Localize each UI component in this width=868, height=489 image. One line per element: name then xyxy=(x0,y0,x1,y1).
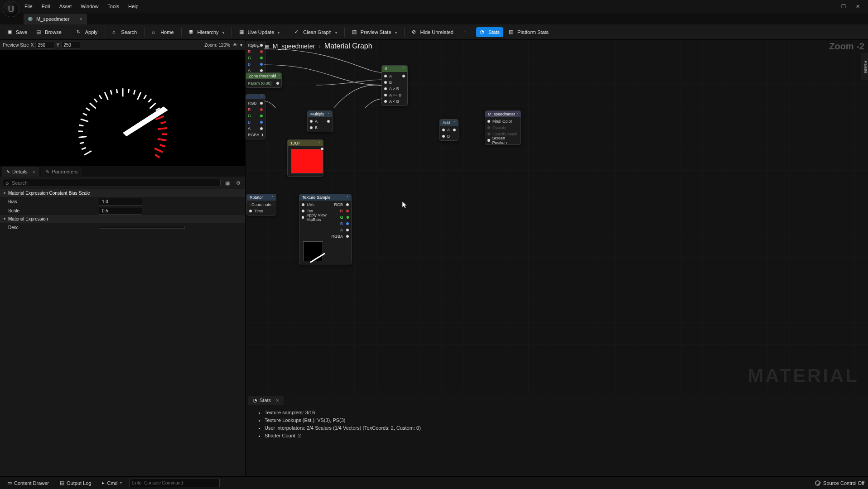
visibility-icon[interactable] xyxy=(233,43,237,48)
close-stats-tab[interactable]: × xyxy=(276,398,279,403)
clean-graph-dropdown[interactable]: Clean Graph xyxy=(291,27,340,37)
material-icon xyxy=(28,17,33,21)
svg-line-27 xyxy=(157,139,166,140)
live-update-icon xyxy=(239,29,246,35)
platform-stats-icon xyxy=(509,29,515,35)
prop-label: Scale xyxy=(8,208,99,213)
graph-type-icon: ▦ xyxy=(265,43,269,49)
nav-back-button[interactable]: ◄ xyxy=(249,43,254,49)
node-texture-output-2[interactable]: RGB R G B A RGBA xyxy=(246,94,265,139)
node-material-result[interactable]: M_speedmeter Final Color Opacity Opacity… xyxy=(485,110,521,145)
svg-line-8 xyxy=(86,108,89,110)
home-button[interactable]: Home xyxy=(148,27,177,37)
preview-x-input[interactable] xyxy=(35,42,54,48)
stats-tabbar: Stats × xyxy=(246,395,868,405)
content-drawer-button[interactable]: Content Drawer xyxy=(4,479,53,487)
close-details-tab[interactable]: × xyxy=(33,169,35,174)
cmd-dropdown[interactable]: Cmd ▾ xyxy=(98,479,125,487)
details-search-field[interactable] xyxy=(3,179,221,187)
output-log-button[interactable]: Output Log xyxy=(56,479,95,487)
menu-file[interactable]: File xyxy=(20,0,37,13)
clean-graph-icon xyxy=(294,29,301,35)
restore-button[interactable]: ❐ xyxy=(841,4,846,10)
preview-viewport[interactable] xyxy=(0,50,245,166)
menu-tools[interactable]: Tools xyxy=(103,0,124,13)
preview-state-dropdown[interactable]: Preview State xyxy=(348,27,400,37)
prop-bias: Bias 1.0 xyxy=(0,197,245,206)
svg-line-20 xyxy=(148,99,151,102)
apply-icon xyxy=(77,29,83,35)
bias-input[interactable]: 1.0 xyxy=(99,198,142,206)
home-icon xyxy=(152,29,158,35)
node-rotator[interactable]: Rotator Coordinate Time xyxy=(246,194,276,216)
minimize-button[interactable]: — xyxy=(826,4,831,10)
asset-tab[interactable]: M_speedmeter × xyxy=(24,14,87,24)
svg-line-29 xyxy=(154,148,163,152)
cmd-icon xyxy=(102,480,105,486)
details-view-options[interactable] xyxy=(223,179,231,187)
nav-forward-button[interactable]: ► xyxy=(256,43,261,49)
hide-unrelated-button[interactable]: Hide Unrelated xyxy=(408,27,457,37)
crumb-graph[interactable]: Material Graph xyxy=(324,42,372,50)
save-button[interactable]: Save xyxy=(4,27,31,37)
preview-options-dropdown[interactable]: ▾ xyxy=(240,43,242,48)
source-control-button[interactable]: Source Control Off xyxy=(823,480,864,486)
desc-input[interactable] xyxy=(99,226,185,229)
category-material-expression[interactable]: Material Expression xyxy=(0,215,245,223)
texture-preview xyxy=(303,241,323,261)
browse-icon xyxy=(36,29,43,35)
menu-asset[interactable]: Asset xyxy=(55,0,77,13)
scale-input[interactable]: 0.5 xyxy=(99,207,142,215)
graph-zoom-indicator: Zoom -2 xyxy=(829,41,864,52)
apply-button[interactable]: Apply xyxy=(73,27,101,37)
material-graph[interactable]: ◄ ► ▦ M_speedmeter › Material Graph Zoom… xyxy=(246,40,868,395)
node-texture-sample[interactable]: Texture Sample UVsRGB TexR Apply View Mi… xyxy=(299,194,352,264)
hierarchy-dropdown[interactable]: Hierarchy xyxy=(185,27,228,37)
node-add[interactable]: Add A B xyxy=(439,119,458,141)
graph-nav: ◄ ► xyxy=(249,43,261,49)
menu-help[interactable]: Help xyxy=(124,0,143,13)
node-constant-color[interactable]: 1,0,0 xyxy=(287,139,323,177)
menu-window[interactable]: Window xyxy=(76,0,103,13)
preview-y-input[interactable] xyxy=(61,42,80,48)
palette-drawer[interactable]: Palette xyxy=(861,53,868,80)
console-input[interactable] xyxy=(129,479,220,487)
details-search-input[interactable] xyxy=(12,180,217,186)
platform-stats-button[interactable]: Platform Stats xyxy=(505,27,552,37)
statusbar: Content Drawer Output Log Cmd ▾ Source C… xyxy=(0,476,868,489)
svg-line-16 xyxy=(128,89,129,93)
svg-line-11 xyxy=(99,95,101,99)
svg-line-30 xyxy=(155,154,159,158)
ue-logo: 𝕌 xyxy=(3,1,19,17)
window-controls: — ❐ ✕ xyxy=(826,4,868,10)
svg-line-2 xyxy=(79,142,84,143)
details-tab[interactable]: Details × xyxy=(2,167,39,177)
close-tab-button[interactable]: × xyxy=(80,16,82,22)
details-settings-button[interactable] xyxy=(234,179,242,187)
parameters-tab[interactable]: Parameters xyxy=(41,167,82,177)
node-zonethreshold[interactable]: ZoneThreshold Param (0.08) xyxy=(246,72,282,88)
close-window-button[interactable]: ✕ xyxy=(856,4,860,10)
menu-edit[interactable]: Edit xyxy=(37,0,55,13)
node-if[interactable]: If A B A > B A == B A < B xyxy=(381,65,408,106)
output-log-icon xyxy=(60,480,64,486)
live-update-dropdown[interactable]: Live Update xyxy=(236,27,284,37)
svg-line-25 xyxy=(158,128,167,129)
graph-header: ◄ ► ▦ M_speedmeter › Material Graph Zoom… xyxy=(246,40,868,53)
svg-line-13 xyxy=(110,90,111,95)
search-button[interactable]: Search xyxy=(109,27,140,37)
stats-tab[interactable]: Stats × xyxy=(248,396,284,405)
hide-unrelated-more[interactable]: ⋮ xyxy=(459,27,471,37)
pencil-icon xyxy=(6,169,10,174)
svg-line-6 xyxy=(80,119,88,122)
stats-button[interactable]: Stats xyxy=(476,27,503,37)
source-control-icon xyxy=(815,480,820,486)
node-multiply[interactable]: Multiply A B xyxy=(307,110,333,132)
crumb-asset[interactable]: M_speedmeter xyxy=(273,43,315,50)
right-column: ◄ ► ▦ M_speedmeter › Material Graph Zoom… xyxy=(246,40,868,476)
category-bias-scale[interactable]: Material Expression Constant Bias Scale xyxy=(0,189,245,197)
color-swatch xyxy=(291,149,323,173)
browse-button[interactable]: Browse xyxy=(33,27,65,37)
preview-size-label: Preview Size xyxy=(3,43,29,48)
svg-line-21 xyxy=(149,103,155,109)
